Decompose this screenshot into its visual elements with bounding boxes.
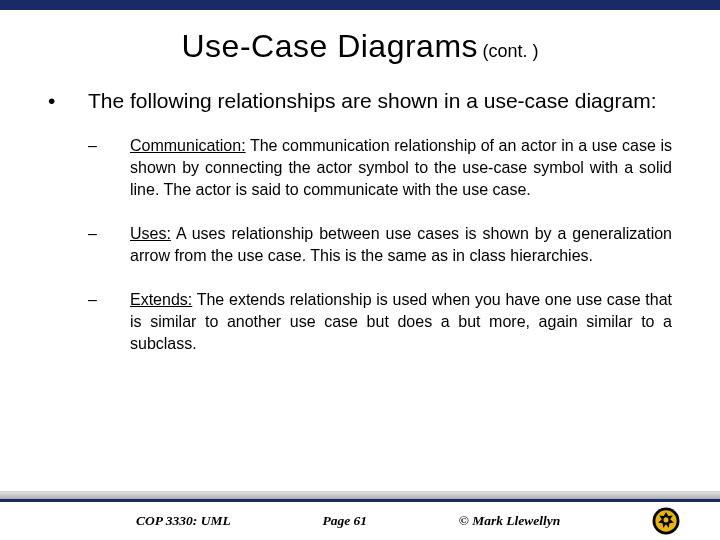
bullet-dot-icon: • [48,87,88,115]
footer: COP 3330: UML Page 61 © Mark Llewellyn [0,502,720,540]
slide-title: Use-Case Diagrams (cont. ) [48,28,672,65]
item-text: Extends: The extends relationship is use… [130,289,672,355]
slide-content: Use-Case Diagrams (cont. ) • The followi… [0,10,720,491]
dash-icon: – [88,135,130,201]
top-border [0,0,720,10]
dash-icon: – [88,289,130,355]
intro-text: The following relationships are shown in… [88,87,672,115]
sub-list: – Communication: The communication relat… [48,135,672,356]
footer-course: COP 3330: UML [136,513,231,529]
list-item: – Extends: The extends relationship is u… [88,289,672,355]
list-item: – Communication: The communication relat… [88,135,672,201]
footer-page: Page 61 [322,513,367,529]
footer-gradient-bar [0,491,720,499]
item-head: Communication: [130,137,246,154]
footer-area: COP 3330: UML Page 61 © Mark Llewellyn [0,491,720,540]
item-body: A uses relationship between use cases is… [130,225,672,264]
footer-copyright: © Mark Llewellyn [459,513,561,529]
slide: Use-Case Diagrams (cont. ) • The followi… [0,0,720,540]
item-text: Communication: The communication relatio… [130,135,672,201]
item-head: Uses: [130,225,171,242]
item-head: Extends: [130,291,192,308]
item-body: The extends relationship is used when yo… [130,291,672,352]
intro-bullet: • The following relationships are shown … [48,87,672,115]
list-item: – Uses: A uses relationship between use … [88,223,672,267]
ucf-logo-icon [652,507,680,535]
title-main: Use-Case Diagrams [181,28,478,64]
title-cont: (cont. ) [483,41,539,61]
item-text: Uses: A uses relationship between use ca… [130,223,672,267]
dash-icon: – [88,223,130,267]
svg-point-2 [663,517,668,522]
